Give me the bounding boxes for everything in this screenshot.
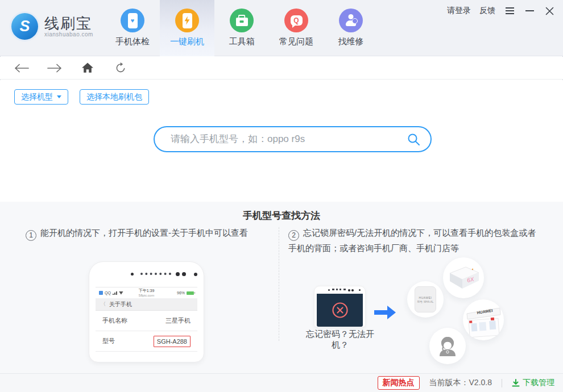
phone-bezel (89, 262, 204, 287)
brand-logo-icon: S (11, 13, 38, 40)
faq-icon: Q (284, 9, 308, 32)
locked-caption: 忘记密码？无法开机？ (300, 329, 380, 351)
nav-label: 一键刷机 (170, 36, 204, 47)
retail-box-illustration: 6X (443, 257, 484, 298)
store-illustration: HUAWEI (463, 299, 504, 340)
guide-section: 手机型号查找方法 1能开机的情况下，打开手机的设置-关于手机中可以查看 2忘记锁… (0, 202, 563, 373)
locked-phone-illustration (314, 286, 366, 327)
app-window: S 线刷宝 xianshuabao.com ♥ 手机体检 一键刷机 (0, 0, 563, 392)
phone-back-illustration: HUAWEI 型号: MHA-AL (407, 281, 444, 318)
model-number-highlight: SGH-A288 (154, 336, 191, 347)
status-bar: QQ 下午1:39 58pic.com 96% (96, 287, 197, 298)
nav-item-phone-checkup[interactable]: ♥ 手机体检 (105, 0, 160, 56)
step-number: 1 (26, 230, 36, 241)
battery-icon (187, 291, 194, 295)
dropdown-arrow-icon (57, 95, 61, 98)
brand-domain: xianshuabao.com (44, 31, 93, 37)
search-icon[interactable] (407, 133, 420, 146)
back-model-label: 型号: MHA-AL (417, 301, 434, 303)
row-label: 型号 (102, 337, 115, 345)
error-screen (317, 294, 363, 327)
column-divider (279, 227, 279, 341)
row-value: 三星手机 (165, 316, 191, 325)
nav-label: 找维修 (338, 36, 364, 47)
about-phone-title: 关于手机 (109, 301, 132, 308)
logo-letter: S (19, 19, 30, 34)
battery-percent: 96% (177, 291, 185, 295)
version-label: 当前版本：V2.0.8 (429, 378, 492, 388)
one-key-flash-icon (175, 9, 199, 32)
phone-screen: QQ 下午1:39 58pic.com 96% 〈 关于手机 (96, 287, 197, 357)
qq-icon (99, 291, 103, 295)
status-time: 下午1:39 (139, 289, 155, 293)
error-x-icon (331, 301, 349, 319)
nav-label: 常见问题 (279, 36, 313, 47)
step-text: 能开机的情况下，打开手机的设置-关于手机中可以查看 (40, 228, 248, 237)
hamburger-menu-icon[interactable] (504, 5, 515, 16)
header: S 线刷宝 xianshuabao.com ♥ 手机体检 一键刷机 (0, 0, 563, 56)
back-brand-label: HUAWEI (419, 296, 432, 299)
search-input[interactable] (169, 133, 407, 145)
arrow-right-icon (374, 306, 396, 319)
guide-title: 手机型号查找方法 (0, 202, 563, 222)
close-icon[interactable] (544, 5, 555, 16)
back-chevron-icon: 〈 (101, 301, 106, 308)
step-text: 忘记锁屏密码/无法开机的情况下，可以查看手机的包装盒或者手机的背面；或者咨询手机… (288, 228, 536, 253)
browser-toolbar (0, 57, 563, 80)
forward-arrow-icon[interactable] (47, 61, 63, 76)
status-site: 58pic.com (139, 293, 155, 298)
footer-divider (502, 379, 502, 387)
home-icon[interactable] (80, 61, 96, 76)
download-icon (512, 379, 520, 387)
row-label: 手机名称 (102, 316, 127, 325)
minimize-icon[interactable] (524, 5, 535, 16)
guide-step-2: 2忘记锁屏密码/无法开机的情况下，可以查看手机的包装盒或者手机的背面；或者咨询手… (288, 226, 539, 255)
main-nav: ♥ 手机体检 一键刷机 工具箱 Q 常见问题 (105, 0, 378, 56)
phone-name-row: 手机名称 三星手机 (96, 311, 197, 331)
login-link[interactable]: 请登录 (447, 6, 471, 16)
feedback-link[interactable]: 反馈 (479, 6, 495, 16)
refresh-icon[interactable] (113, 61, 129, 76)
phone-settings-illustration: QQ 下午1:39 58pic.com 96% 〈 关于手机 (89, 261, 204, 362)
download-manager-button[interactable]: 下载管理 (512, 378, 554, 388)
news-hotspot-badge[interactable]: 新闻热点 (378, 376, 420, 390)
about-phone-navbar: 〈 关于手机 (96, 298, 197, 311)
qq-label: QQ (105, 291, 111, 295)
select-model-label: 选择机型 (21, 92, 53, 102)
nav-item-toolbox[interactable]: 工具箱 (214, 0, 269, 56)
toolbox-icon (230, 9, 254, 32)
nav-item-one-key-flash[interactable]: 一键刷机 (160, 0, 214, 56)
brand-name: 线刷宝 (44, 15, 93, 31)
support-agent-illustration (429, 328, 466, 364)
nav-label: 手机体检 (115, 36, 150, 47)
repair-icon (339, 9, 363, 32)
guide-step-1: 1能开机的情况下，打开手机的设置-关于手机中可以查看 (26, 226, 264, 255)
signal-icon (113, 291, 117, 295)
select-local-package-button[interactable]: 选择本地刷机包 (80, 89, 149, 105)
model-number-row: 型号 SGH-A288 (96, 331, 197, 352)
wifi-icon (119, 291, 123, 295)
step-number: 2 (288, 230, 299, 241)
app-logo: S 线刷宝 xianshuabao.com (11, 13, 93, 40)
search-box (154, 126, 432, 152)
select-model-button[interactable]: 选择机型 (14, 89, 68, 105)
nav-label: 工具箱 (229, 36, 255, 47)
download-manager-label: 下载管理 (523, 378, 554, 388)
nav-item-find-repair[interactable]: 找维修 (324, 0, 378, 56)
nav-item-faq[interactable]: Q 常见问题 (269, 0, 324, 56)
back-arrow-icon[interactable] (14, 61, 30, 76)
phone-checkup-icon: ♥ (121, 9, 144, 32)
footer-bar: 新闻热点 当前版本：V2.0.8 下载管理 (0, 373, 563, 392)
select-local-package-label: 选择本地刷机包 (86, 92, 142, 102)
main-content: 选择机型 选择本地刷机包 (0, 80, 563, 202)
